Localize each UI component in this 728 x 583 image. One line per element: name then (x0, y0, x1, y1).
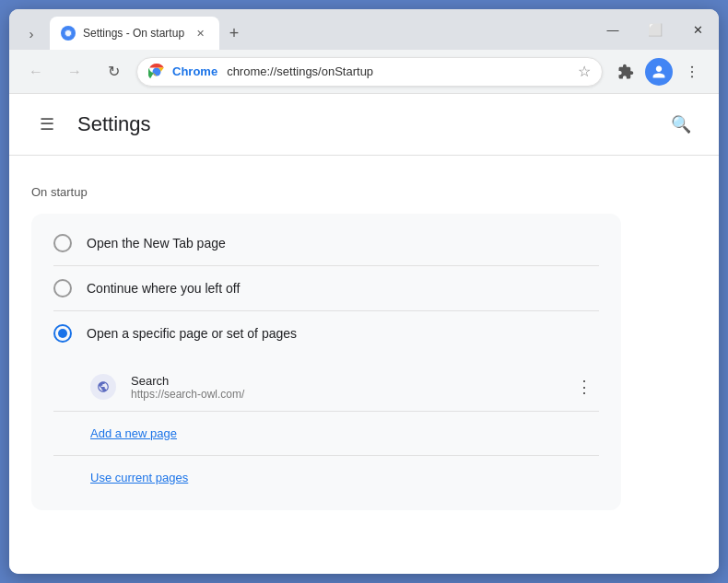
forward-button[interactable]: → (59, 56, 90, 87)
option-new-tab-label: Open the New Tab page (87, 236, 226, 251)
option-specific-label: Open a specific page or set of pages (87, 326, 297, 341)
chrome-menu-button[interactable] (676, 56, 708, 87)
settings-title-row: ☰ Settings (31, 109, 151, 140)
tab-favicon (61, 26, 76, 41)
nav-right-icons (610, 56, 708, 87)
bookmark-icon[interactable]: ☆ (578, 63, 591, 80)
search-settings-button[interactable]: 🔍 (665, 109, 697, 140)
hamburger-menu-button[interactable]: ☰ (31, 109, 63, 140)
url-info: Search https://search-owl.com/ (131, 374, 555, 401)
address-bar[interactable]: Chrome chrome://settings/onStartup ☆ (136, 57, 603, 87)
startup-url-list: Search https://search-owl.com/ ⋮ Add a n… (31, 356, 621, 503)
svg-point-1 (153, 67, 161, 76)
startup-url-item[interactable]: Search https://search-owl.com/ ⋮ (31, 363, 621, 411)
radio-specific-inner (58, 329, 67, 338)
chrome-brand-label: Chrome (172, 64, 217, 78)
radio-new-tab[interactable] (53, 234, 72, 252)
reload-button[interactable]: ↻ (98, 56, 129, 87)
chrome-logo-icon (148, 64, 165, 80)
active-tab[interactable]: Settings - On startup ✕ (50, 17, 219, 50)
globe-icon (90, 374, 116, 400)
window-controls: — ⬜ ✕ (592, 9, 719, 50)
page-content: ☰ Settings 🔍 On startup Open the New Tab… (9, 94, 719, 574)
add-new-page-link[interactable]: Add a new page (31, 415, 199, 451)
title-bar: › Settings - On startup ✕ + — ⬜ ✕ (9, 9, 719, 50)
new-tab-button[interactable]: + (221, 20, 247, 46)
svg-point-3 (691, 70, 693, 72)
svg-point-4 (691, 76, 693, 77)
back-button[interactable]: ← (20, 56, 52, 87)
startup-options-card: Open the New Tab page Continue where you… (31, 214, 621, 510)
settings-header: ☰ Settings 🔍 (9, 94, 719, 156)
radio-continue[interactable] (53, 279, 72, 297)
extensions-button[interactable] (610, 56, 641, 87)
minimize-button[interactable]: — (592, 9, 634, 50)
settings-page-title: Settings (77, 112, 151, 136)
maximize-button[interactable]: ⬜ (634, 9, 676, 50)
option-specific[interactable]: Open a specific page or set of pages (31, 311, 621, 356)
close-button[interactable]: ✕ (676, 9, 719, 50)
radio-specific[interactable] (53, 324, 72, 343)
url-address: https://search-owl.com/ (131, 388, 555, 401)
new-tab-button-left[interactable]: › (18, 20, 44, 46)
settings-main: On startup Open the New Tab page Continu… (9, 156, 719, 540)
option-continue[interactable]: Continue where you left off (31, 266, 621, 310)
address-url-text: chrome://settings/onStartup (227, 64, 570, 78)
nav-bar: ← → ↻ Chrome chrome://settings/onStartup… (9, 50, 719, 94)
option-continue-label: Continue where you left off (87, 281, 240, 296)
section-label: On startup (31, 185, 697, 199)
tab-title: Settings - On startup (83, 27, 184, 40)
tab-close-button[interactable]: ✕ (192, 25, 208, 41)
url-more-button[interactable]: ⋮ (569, 372, 599, 402)
browser-window: › Settings - On startup ✕ + — ⬜ ✕ ← → ↻ (9, 9, 719, 574)
profile-button[interactable] (645, 58, 673, 86)
svg-point-2 (691, 65, 693, 67)
url-name: Search (131, 374, 555, 388)
option-new-tab[interactable]: Open the New Tab page (31, 221, 621, 265)
use-current-pages-link[interactable]: Use current pages (31, 460, 210, 496)
